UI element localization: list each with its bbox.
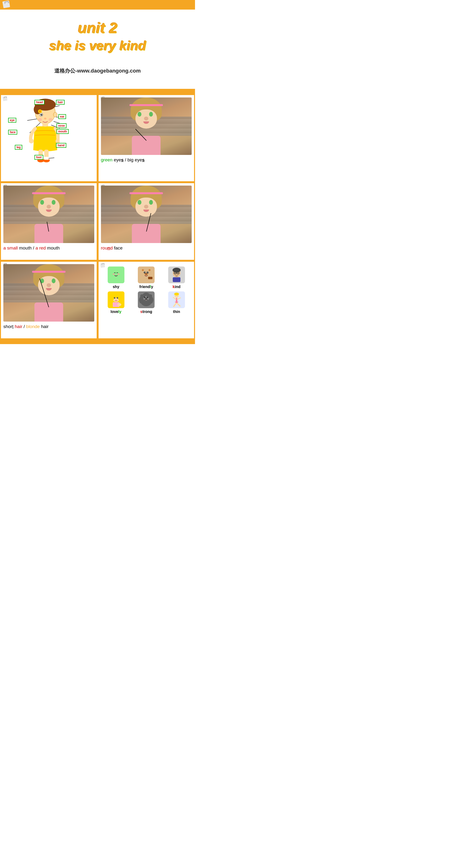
friendly-icon <box>138 267 155 283</box>
hair-arrow <box>3 264 94 321</box>
svg-point-69 <box>117 297 118 299</box>
top-bar <box>0 0 195 9</box>
caption-face: face <box>114 245 123 250</box>
orange-divider <box>0 89 195 94</box>
slide2-caption: green eyes / big eyes <box>101 157 192 163</box>
caption-mouth1: mouth <box>19 245 33 250</box>
label-mouth: mouth <box>57 129 69 134</box>
svg-point-83 <box>147 297 148 297</box>
svg-point-72 <box>115 299 117 300</box>
lovely-icon <box>108 291 125 308</box>
caption-sep: / <box>24 324 25 329</box>
caption-blonde: blonde <box>26 324 40 329</box>
label-eye: eye <box>8 118 16 123</box>
svg-point-17 <box>38 118 42 121</box>
caption-eyes1: eyes <box>114 157 124 162</box>
caption-sep: / <box>33 245 34 250</box>
svg-rect-53 <box>148 277 153 279</box>
svg-point-23 <box>29 138 34 144</box>
face-arrow <box>101 186 192 243</box>
slide3-caption: a small mouth / a red mouth <box>3 245 94 251</box>
website-text: 道格办公-www.daogebangong.com <box>5 67 190 82</box>
doll-photo-hair <box>3 264 94 321</box>
svg-point-87 <box>174 292 179 296</box>
svg-line-31 <box>135 129 146 141</box>
svg-point-45 <box>142 269 144 271</box>
doll-photo-mouth <box>3 186 94 243</box>
svg-point-15 <box>41 114 42 115</box>
svg-point-46 <box>148 269 151 271</box>
svg-point-39 <box>112 274 115 275</box>
svg-point-84 <box>145 298 147 299</box>
svg-point-70 <box>114 298 115 298</box>
word-friendly: friendly <box>139 285 153 289</box>
slides-grid: head hair eye ear nose mouth face leg ha… <box>0 94 195 339</box>
mouth-arrow <box>3 186 94 243</box>
svg-point-66 <box>110 294 114 301</box>
label-leg: leg <box>15 145 22 150</box>
caption-mouth2: mouth <box>47 245 60 250</box>
label-ear: ear <box>58 114 66 119</box>
thin-icon <box>168 291 185 308</box>
svg-point-71 <box>118 298 118 298</box>
svg-point-74 <box>118 303 121 306</box>
word-kind: kind <box>172 285 180 289</box>
paperclip-icon <box>100 263 105 268</box>
caption-green: green <box>101 157 113 162</box>
svg-point-49 <box>145 272 145 273</box>
svg-point-82 <box>145 297 145 297</box>
svg-point-62 <box>176 274 177 275</box>
slide-short-hair: short hair / blonde hair <box>1 262 97 338</box>
label-foot: foot <box>34 155 43 160</box>
svg-line-34 <box>40 278 49 307</box>
personality-lovely: lovely <box>102 291 130 314</box>
slide-small-mouth: a small mouth / a red mouth <box>1 183 97 260</box>
slide-green-eyes: green eyes / big eyes <box>99 95 194 181</box>
personality-shy: shy <box>102 267 130 289</box>
label-nose: nose <box>57 123 67 128</box>
slide4-caption: round face <box>101 245 192 251</box>
svg-point-67 <box>118 294 122 301</box>
caption-hair2: hair <box>41 324 48 329</box>
svg-point-52 <box>145 274 147 274</box>
label-face: face <box>8 130 17 134</box>
doll-photo-face <box>101 186 192 243</box>
subtitle: she is very kind <box>5 38 190 53</box>
caption-round: round <box>101 245 113 250</box>
svg-line-33 <box>146 213 151 231</box>
svg-point-60 <box>175 273 176 274</box>
personality-grid: shy <box>101 264 192 316</box>
word-strong: strong <box>140 310 152 314</box>
label-hand: hand <box>56 143 66 148</box>
personality-kind: kind <box>163 267 191 289</box>
svg-point-16 <box>44 118 46 120</box>
caption-eyes2: eyes <box>135 157 144 162</box>
svg-point-56 <box>172 268 180 273</box>
svg-line-32 <box>47 222 49 231</box>
title-section: unit 2 she is very kind 道格办公-www.daogeba… <box>0 9 195 89</box>
word-lovely: lovely <box>110 310 121 314</box>
personality-friendly: friendly <box>132 267 160 289</box>
slide5-caption: short hair / blonde hair <box>3 323 94 330</box>
shy-icon <box>108 267 125 283</box>
eye-arrow <box>101 97 192 155</box>
svg-point-40 <box>117 274 120 275</box>
word-thin: thin <box>173 310 180 314</box>
label-head: head <box>34 100 44 105</box>
svg-rect-63 <box>173 277 180 282</box>
strong-icon <box>138 291 155 308</box>
caption-small: a small <box>3 245 18 250</box>
svg-point-20 <box>39 111 41 112</box>
svg-point-18 <box>48 118 53 121</box>
svg-point-80 <box>144 297 146 298</box>
paperclip-icon <box>2 0 10 8</box>
svg-rect-30 <box>44 157 48 160</box>
unit-title: unit 2 <box>5 19 190 36</box>
kind-icon <box>168 267 185 283</box>
caption-hair1: hair <box>15 324 23 329</box>
word-shy: shy <box>113 285 120 289</box>
slide-round-face: round face <box>99 183 194 260</box>
personality-strong: strong <box>132 291 160 314</box>
slide1-content: head hair eye ear nose mouth face leg ha… <box>3 97 94 174</box>
svg-point-50 <box>147 272 148 273</box>
